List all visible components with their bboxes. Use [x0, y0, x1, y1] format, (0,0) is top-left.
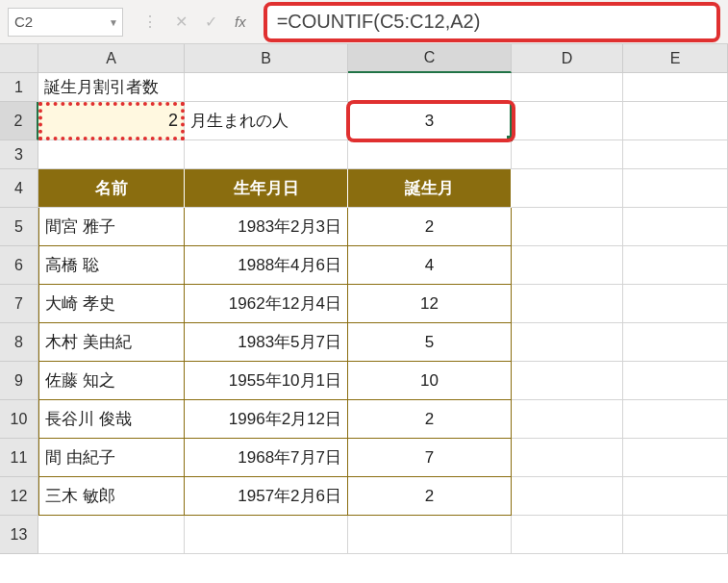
cell-D6[interactable]	[512, 246, 623, 285]
row-header-7[interactable]: 7	[0, 285, 38, 323]
col-header-A[interactable]: A	[38, 44, 185, 73]
cell-E5[interactable]	[623, 208, 728, 246]
cell-B8[interactable]: 1983年5月7日	[185, 323, 348, 362]
dropdown-icon[interactable]: ▼	[109, 16, 118, 27]
row-header-12[interactable]: 12	[0, 477, 38, 516]
table-header-month[interactable]: 誕生月	[348, 169, 512, 208]
cell-E2[interactable]	[623, 102, 728, 140]
cell-E3[interactable]	[623, 140, 728, 169]
cell-D4[interactable]	[512, 169, 623, 208]
row-header-3[interactable]: 3	[0, 140, 38, 169]
cell-A5[interactable]: 間宮 雅子	[38, 208, 185, 246]
table-header-name[interactable]: 名前	[38, 169, 185, 208]
cell-E13[interactable]	[623, 516, 728, 554]
cell-C8[interactable]: 5	[348, 323, 512, 362]
cell-A9[interactable]: 佐藤 知之	[38, 362, 185, 400]
cell-A12[interactable]: 三木 敏郎	[38, 477, 185, 516]
cell-E4[interactable]	[623, 169, 728, 208]
row-header-8[interactable]: 8	[0, 323, 38, 362]
col-header-E[interactable]: E	[623, 44, 728, 73]
cell-A8[interactable]: 木村 美由紀	[38, 323, 185, 362]
cell-D3[interactable]	[512, 140, 623, 169]
cell-D11[interactable]	[512, 439, 623, 477]
cell-C11[interactable]: 7	[348, 439, 512, 477]
fx-icon[interactable]: fx	[235, 13, 246, 30]
row-header-4[interactable]: 4	[0, 169, 38, 208]
cell-D8[interactable]	[512, 323, 623, 362]
cell-B2[interactable]: 月生まれの人	[185, 102, 348, 140]
cell-C2[interactable]: 3	[348, 102, 512, 140]
cell-D2[interactable]	[512, 102, 623, 140]
cell-D12[interactable]	[512, 477, 623, 516]
cell-area: 誕生月割引者数 2 月生まれの人 3	[38, 73, 728, 554]
cell-C13[interactable]	[348, 516, 512, 554]
cell-C5[interactable]: 2	[348, 208, 512, 246]
formula-bar: C2 ▼ ⋮ ✕ ✓ fx =COUNTIF(C5:C12,A2)	[0, 0, 728, 44]
dots-icon: ⋮	[142, 13, 158, 31]
cell-C3[interactable]	[348, 140, 512, 169]
cell-E1[interactable]	[623, 73, 728, 102]
cell-B3[interactable]	[185, 140, 348, 169]
cell-E9[interactable]	[623, 362, 728, 400]
formula-text: =COUNTIF(C5:C12,A2)	[277, 11, 481, 33]
cancel-icon[interactable]: ✕	[175, 13, 188, 31]
col-header-B[interactable]: B	[185, 44, 348, 73]
col-header-C[interactable]: C	[348, 44, 512, 73]
name-box[interactable]: C2 ▼	[8, 8, 123, 37]
cell-D9[interactable]	[512, 362, 623, 400]
cell-A10[interactable]: 長谷川 俊哉	[38, 400, 185, 439]
cell-A13[interactable]	[38, 516, 185, 554]
row-header-5[interactable]: 5	[0, 208, 38, 246]
cell-C6[interactable]: 4	[348, 246, 512, 285]
cell-B9[interactable]: 1955年10月1日	[185, 362, 348, 400]
row-header-1[interactable]: 1	[0, 73, 38, 102]
row-header-10[interactable]: 10	[0, 400, 38, 439]
col-header-D[interactable]: D	[512, 44, 623, 73]
cell-B7[interactable]: 1962年12月4日	[185, 285, 348, 323]
cell-E10[interactable]	[623, 400, 728, 439]
cell-C10[interactable]: 2	[348, 400, 512, 439]
cell-A7[interactable]: 大崎 孝史	[38, 285, 185, 323]
table-header-dob[interactable]: 生年月日	[185, 169, 348, 208]
cell-C9[interactable]: 10	[348, 362, 512, 400]
formula-input[interactable]: =COUNTIF(C5:C12,A2)	[264, 2, 720, 42]
cell-B6[interactable]: 1988年4月6日	[185, 246, 348, 285]
cell-B13[interactable]	[185, 516, 348, 554]
cell-A3[interactable]	[38, 140, 185, 169]
cell-A1[interactable]: 誕生月割引者数	[38, 73, 185, 102]
cell-E6[interactable]	[623, 246, 728, 285]
confirm-icon[interactable]: ✓	[205, 13, 217, 31]
cell-E11[interactable]	[623, 439, 728, 477]
cell-D13[interactable]	[512, 516, 623, 554]
cell-E8[interactable]	[623, 323, 728, 362]
cell-A11[interactable]: 間 由紀子	[38, 439, 185, 477]
formula-bar-icons: ⋮ ✕ ✓ fx	[142, 13, 246, 31]
cell-D1[interactable]	[512, 73, 623, 102]
row-header-11[interactable]: 11	[0, 439, 38, 477]
cell-B5[interactable]: 1983年2月3日	[185, 208, 348, 246]
cell-D7[interactable]	[512, 285, 623, 323]
spreadsheet-grid: A B C D E 1 2 3 4 5 6 7 8 9 10 11 12 13	[0, 44, 728, 583]
row-header-2[interactable]: 2	[0, 102, 38, 140]
row-header-6[interactable]: 6	[0, 246, 38, 285]
cell-C12[interactable]: 2	[348, 477, 512, 516]
cell-D10[interactable]	[512, 400, 623, 439]
cell-C1[interactable]	[348, 73, 512, 102]
cell-E7[interactable]	[623, 285, 728, 323]
cell-D5[interactable]	[512, 208, 623, 246]
row-header-9[interactable]: 9	[0, 362, 38, 400]
select-all-corner[interactable]	[0, 44, 38, 73]
name-box-value: C2	[14, 13, 33, 30]
cell-B11[interactable]: 1968年7月7日	[185, 439, 348, 477]
cell-B1[interactable]	[185, 73, 348, 102]
cell-A6[interactable]: 高橋 聡	[38, 246, 185, 285]
cell-A2[interactable]: 2	[38, 102, 185, 140]
cell-B10[interactable]: 1996年2月12日	[185, 400, 348, 439]
row-header-13[interactable]: 13	[0, 516, 38, 554]
cell-C7[interactable]: 12	[348, 285, 512, 323]
cell-E12[interactable]	[623, 477, 728, 516]
cell-B12[interactable]: 1957年2月6日	[185, 477, 348, 516]
